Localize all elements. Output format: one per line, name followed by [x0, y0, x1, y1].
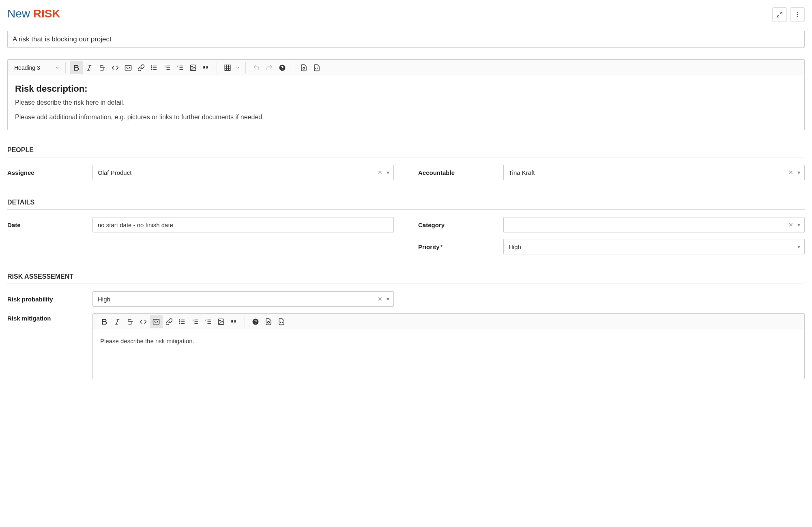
- image-button[interactable]: [215, 315, 228, 328]
- date-value: no start date - no finish date: [98, 222, 391, 228]
- help-button[interactable]: [276, 61, 289, 74]
- svg-point-53: [268, 321, 270, 323]
- svg-point-4: [797, 16, 798, 17]
- task-list-button[interactable]: [174, 61, 187, 74]
- description-p1: Please describe the risk here in detail.: [15, 99, 797, 106]
- undo-icon: [253, 64, 260, 71]
- priority-label: Priority*: [418, 243, 503, 250]
- section-risk-assessment: RISK ASSESSEMENT: [7, 273, 805, 284]
- category-select[interactable]: ✕ ▾: [503, 217, 805, 232]
- source-icon: [313, 64, 320, 71]
- fullscreen-button[interactable]: [772, 7, 787, 22]
- svg-point-13: [151, 66, 152, 67]
- title-new: New: [7, 7, 30, 20]
- bullet-list-icon: [178, 318, 186, 325]
- risk-probability-select[interactable]: High ✕ ▾: [92, 291, 394, 307]
- editor-content[interactable]: Risk description: Please describe the ri…: [8, 76, 804, 130]
- help-button[interactable]: [249, 315, 262, 328]
- number-list-button[interactable]: [161, 61, 174, 74]
- blockquote-button[interactable]: [228, 315, 241, 328]
- table-icon: [224, 64, 231, 71]
- svg-line-34: [116, 319, 118, 324]
- preview-icon: [300, 64, 307, 71]
- mitigation-toolbar: [93, 314, 804, 330]
- required-asterisk: *: [440, 243, 443, 250]
- editor-toolbar: Heading 3: [8, 60, 804, 76]
- svg-point-2: [797, 12, 798, 13]
- task-list-button[interactable]: [202, 315, 215, 328]
- accountable-select[interactable]: Tina Kraft ✕ ▾: [503, 165, 805, 180]
- preview-button[interactable]: [297, 61, 310, 74]
- date-label: Date: [7, 222, 92, 228]
- accountable-clear[interactable]: ✕: [786, 169, 796, 176]
- page-title: New RISK: [7, 7, 60, 20]
- assignee-select[interactable]: Olaf Product ✕ ▾: [92, 165, 394, 180]
- chevron-down-icon: ▾: [385, 169, 391, 176]
- priority-select[interactable]: High ▾: [503, 239, 805, 254]
- chevron-down-icon: [236, 66, 240, 70]
- bold-button[interactable]: [98, 315, 111, 328]
- source-button[interactable]: [275, 315, 288, 328]
- code-block-button[interactable]: [150, 315, 163, 328]
- svg-point-23: [191, 66, 192, 67]
- image-icon: [189, 64, 197, 71]
- priority-value: High: [509, 243, 796, 250]
- italic-icon: [114, 318, 121, 325]
- description-p2: Please add additional information, e.g. …: [15, 114, 797, 121]
- task-list-icon: [204, 318, 212, 325]
- code-block-button[interactable]: [122, 61, 135, 74]
- section-details: DETAILS: [7, 199, 805, 210]
- date-input[interactable]: no start date - no finish date: [92, 217, 394, 232]
- chevron-down-icon: ▾: [385, 296, 391, 302]
- image-button[interactable]: [187, 61, 200, 74]
- strikethrough-icon: [99, 64, 106, 71]
- accountable-label: Accountable: [418, 169, 503, 176]
- assignee-clear[interactable]: ✕: [375, 169, 385, 176]
- description-heading: Risk description:: [15, 84, 797, 94]
- category-clear[interactable]: ✕: [786, 222, 796, 228]
- number-list-icon: [163, 64, 171, 71]
- section-people: PEOPLE: [7, 146, 805, 157]
- more-menu-button[interactable]: [790, 7, 805, 22]
- bullet-list-button[interactable]: [176, 315, 189, 328]
- risk-probability-clear[interactable]: ✕: [375, 296, 385, 302]
- link-button[interactable]: [135, 61, 148, 74]
- number-list-button[interactable]: [189, 315, 202, 328]
- strikethrough-button[interactable]: [96, 61, 109, 74]
- risk-probability-value: High: [98, 296, 375, 303]
- svg-rect-36: [153, 319, 159, 324]
- help-icon: [279, 64, 286, 71]
- svg-rect-24: [225, 65, 230, 71]
- bold-icon: [101, 318, 108, 325]
- inline-code-button[interactable]: [109, 61, 122, 74]
- redo-button[interactable]: [263, 61, 276, 74]
- help-icon: [252, 318, 259, 325]
- svg-point-50: [219, 320, 220, 321]
- link-button[interactable]: [163, 315, 176, 328]
- mitigation-content[interactable]: Please describe the risk mitigation.: [93, 330, 804, 379]
- blockquote-button[interactable]: [200, 61, 213, 74]
- strikethrough-button[interactable]: [124, 315, 137, 328]
- table-button[interactable]: [221, 61, 234, 74]
- bullet-list-icon: [150, 64, 158, 71]
- table-dropdown-button[interactable]: [234, 61, 241, 74]
- italic-button[interactable]: [83, 61, 96, 74]
- svg-line-1: [777, 15, 779, 17]
- bullet-list-button[interactable]: [148, 61, 161, 74]
- bold-button[interactable]: [70, 61, 83, 74]
- source-button[interactable]: [310, 61, 323, 74]
- svg-point-15: [151, 69, 152, 70]
- subject-input[interactable]: [7, 31, 805, 48]
- svg-point-52: [255, 323, 256, 324]
- svg-point-42: [179, 323, 180, 324]
- quote-icon: [230, 318, 238, 325]
- undo-button[interactable]: [250, 61, 263, 74]
- italic-button[interactable]: [111, 315, 124, 328]
- heading-select[interactable]: Heading 3: [13, 62, 61, 73]
- inline-code-button[interactable]: [137, 315, 150, 328]
- italic-icon: [86, 64, 93, 71]
- code-icon: [140, 318, 147, 325]
- more-vertical-icon: [794, 11, 801, 18]
- preview-button[interactable]: [262, 315, 275, 328]
- code-block-icon: [125, 64, 132, 71]
